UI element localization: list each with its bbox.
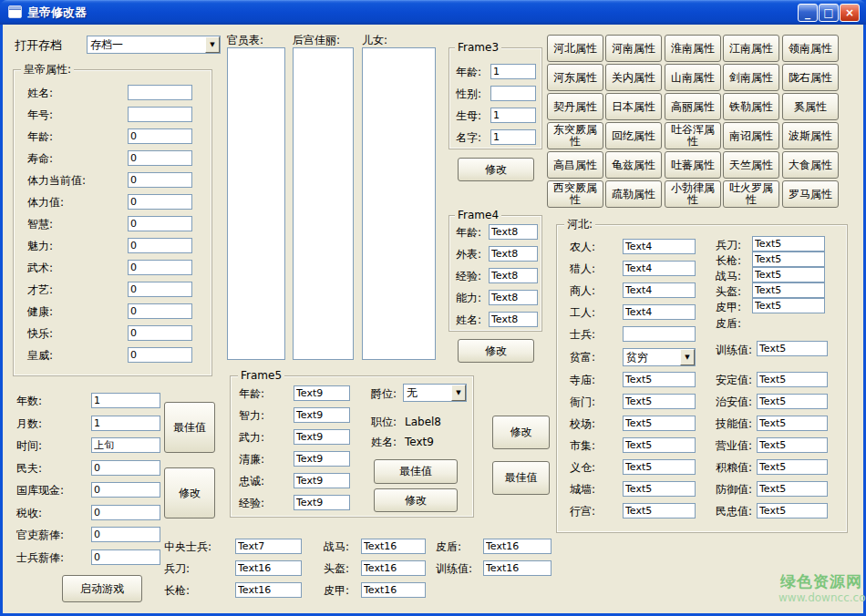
- region-field-input[interactable]: [623, 416, 696, 431]
- region-field-input[interactable]: [623, 261, 696, 276]
- emperor-field-input[interactable]: [128, 194, 192, 210]
- state-best-button[interactable]: 最佳值: [164, 402, 215, 453]
- chevron-down-icon[interactable]: ▼: [680, 349, 695, 365]
- region-button[interactable]: 河南属性: [605, 35, 662, 62]
- army-field-input[interactable]: [483, 539, 552, 554]
- frame3-field-input[interactable]: [490, 64, 536, 79]
- region-button[interactable]: 契丹属性: [547, 93, 603, 120]
- region-button[interactable]: 日本属性: [605, 93, 662, 120]
- frame4-field-input[interactable]: [489, 268, 538, 283]
- frame5-field-input[interactable]: [294, 451, 350, 467]
- region-field-input[interactable]: [757, 503, 828, 518]
- emperor-field-input[interactable]: [128, 347, 192, 363]
- region-button[interactable]: 小勃律属性: [665, 180, 721, 208]
- frame3-field-input[interactable]: [490, 108, 536, 123]
- region-button[interactable]: 吐谷浑属性: [665, 122, 721, 149]
- emperor-field-input[interactable]: [128, 303, 192, 319]
- wealth-dropdown[interactable]: 贫穷 ▼: [623, 348, 696, 366]
- emperor-field-input[interactable]: [128, 238, 192, 253]
- officer-modify-button[interactable]: 修改: [492, 416, 550, 449]
- state-field-input[interactable]: [91, 416, 160, 431]
- children-listbox[interactable]: [362, 47, 436, 360]
- frame5-best-button[interactable]: 最佳值: [374, 459, 458, 484]
- frame4-field-input[interactable]: [489, 290, 538, 305]
- officials-listbox[interactable]: [227, 47, 285, 360]
- frame4-field-input[interactable]: [489, 224, 538, 240]
- frame5-field-input[interactable]: [294, 407, 350, 423]
- army-field-input[interactable]: [361, 560, 426, 576]
- army-field-input[interactable]: [483, 560, 552, 576]
- region-button[interactable]: 南诏属性: [723, 122, 779, 149]
- harem-listbox[interactable]: [293, 47, 354, 360]
- emperor-field-input[interactable]: [128, 107, 192, 122]
- region-button[interactable]: 剑南属性: [723, 64, 779, 91]
- frame3-field-input[interactable]: [490, 129, 536, 145]
- region-field-input[interactable]: [752, 267, 825, 282]
- region-field-input[interactable]: [757, 437, 828, 453]
- region-field-input[interactable]: [752, 298, 825, 313]
- frame4-field-input[interactable]: [489, 312, 538, 327]
- maximize-button[interactable]: □: [819, 4, 839, 22]
- state-field-input[interactable]: [91, 505, 160, 520]
- state-field-input[interactable]: [91, 393, 160, 408]
- region-button[interactable]: 陇右属性: [782, 64, 839, 91]
- region-field-input[interactable]: [757, 416, 828, 431]
- region-field-input[interactable]: [757, 394, 828, 409]
- region-field-input[interactable]: [623, 282, 696, 298]
- region-button[interactable]: 西突厥属性: [547, 180, 603, 208]
- region-field-input[interactable]: [757, 459, 828, 475]
- region-field-input[interactable]: [623, 326, 696, 342]
- region-button[interactable]: 淮南属性: [665, 35, 721, 62]
- emperor-field-input[interactable]: [128, 172, 192, 188]
- region-field-input[interactable]: [757, 341, 828, 356]
- state-field-input[interactable]: [91, 482, 160, 498]
- region-field-input[interactable]: [623, 394, 696, 409]
- region-button[interactable]: 领南属性: [782, 35, 839, 62]
- army-field-input[interactable]: [361, 539, 426, 554]
- frame4-modify-button[interactable]: 修改: [458, 339, 534, 363]
- region-field-input[interactable]: [623, 239, 696, 254]
- region-field-input[interactable]: [752, 282, 825, 298]
- region-field-input[interactable]: [623, 437, 696, 453]
- frame5-field-input[interactable]: [294, 429, 350, 445]
- region-button[interactable]: 吐蕃属性: [665, 151, 721, 179]
- frame5-modify-button[interactable]: 修改: [374, 488, 458, 512]
- region-button[interactable]: 罗马属性: [782, 180, 839, 208]
- emperor-field-input[interactable]: [128, 325, 192, 341]
- region-button[interactable]: 高丽属性: [665, 93, 721, 120]
- region-button[interactable]: 天竺属性: [723, 151, 779, 179]
- army-field-input[interactable]: [235, 582, 302, 598]
- region-field-input[interactable]: [623, 372, 696, 387]
- region-button[interactable]: 吐火罗属性: [723, 180, 779, 208]
- state-modify-button[interactable]: 修改: [164, 467, 215, 518]
- army-field-input[interactable]: [235, 539, 302, 554]
- region-field-input[interactable]: [757, 372, 828, 387]
- region-field-input[interactable]: [757, 481, 828, 497]
- region-button[interactable]: 大食属性: [782, 151, 839, 179]
- region-button[interactable]: 回纥属性: [605, 122, 662, 149]
- region-field-input[interactable]: [752, 236, 825, 252]
- region-button[interactable]: 江南属性: [723, 35, 779, 62]
- army-field-input[interactable]: [235, 560, 302, 576]
- rank-dropdown[interactable]: 无 ▼: [403, 384, 467, 402]
- region-field-input[interactable]: [623, 459, 696, 475]
- region-button[interactable]: 河北属性: [547, 35, 603, 62]
- minimize-button[interactable]: _: [798, 4, 818, 22]
- frame3-modify-button[interactable]: 修改: [458, 158, 534, 181]
- emperor-field-input[interactable]: [128, 85, 192, 100]
- close-button[interactable]: ×: [840, 4, 860, 22]
- region-button[interactable]: 龟兹属性: [605, 151, 662, 179]
- region-button[interactable]: 铁勒属性: [723, 93, 779, 120]
- chevron-down-icon[interactable]: ▼: [451, 385, 466, 401]
- start-game-button[interactable]: 启动游戏: [62, 575, 142, 602]
- region-button[interactable]: 奚属性: [782, 93, 839, 120]
- region-button[interactable]: 河东属性: [547, 64, 603, 91]
- frame4-field-input[interactable]: [489, 246, 538, 262]
- officer-best-button[interactable]: 最佳值: [492, 461, 550, 495]
- state-field-input[interactable]: [91, 460, 160, 476]
- region-button[interactable]: 疏勒属性: [605, 180, 662, 208]
- region-button[interactable]: 东突厥属性: [547, 122, 603, 149]
- frame3-field-input[interactable]: [490, 86, 536, 101]
- state-field-input[interactable]: [91, 549, 160, 565]
- frame5-field-input[interactable]: [294, 473, 350, 488]
